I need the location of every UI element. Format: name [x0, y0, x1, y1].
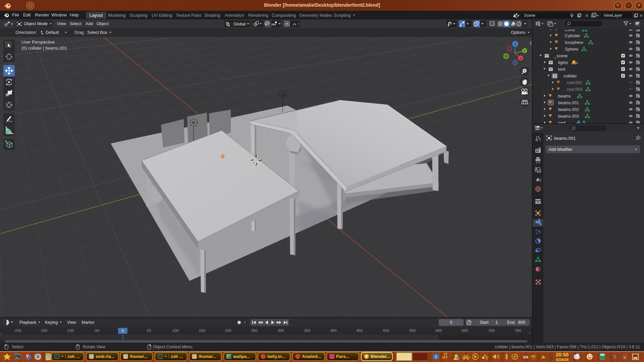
- svg-text:4: 4: [576, 61, 578, 64]
- svg-text:roof.001: roof.001: [567, 80, 582, 85]
- svg-text:a: a: [624, 355, 626, 359]
- svg-text:Icosphere: Icosphere: [565, 40, 583, 45]
- svg-text:roof.003: roof.003: [567, 87, 582, 92]
- svg-text:beams.001: beams.001: [558, 101, 579, 105]
- svg-text:beams.002: beams.002: [558, 107, 579, 112]
- svg-text:Global: Global: [233, 22, 246, 26]
- svg-text:Z: Z: [514, 42, 516, 46]
- svg-text:beams.003: beams.003: [558, 114, 579, 119]
- svg-text:_scene: _scene: [554, 54, 568, 58]
- svg-text:Y: Y: [524, 49, 526, 53]
- svg-text:tent: tent: [558, 67, 565, 72]
- svg-text:beams: beams: [558, 94, 571, 99]
- svg-text:Cylinder: Cylinder: [565, 34, 580, 38]
- svg-text:Sphere: Sphere: [565, 47, 578, 52]
- svg-text:lights: lights: [558, 60, 568, 65]
- svg-text:us: us: [523, 354, 528, 359]
- svg-text:Cone: Cone: [565, 29, 575, 32]
- svg-text:X: X: [520, 57, 522, 60]
- svg-text:collider: collider: [564, 74, 577, 78]
